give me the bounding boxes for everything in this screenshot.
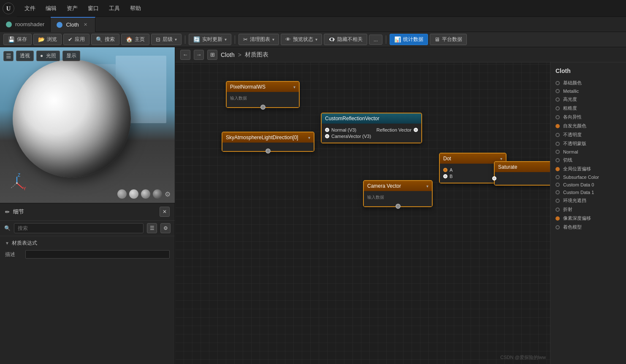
breadcrumb-cloth: Cloth (221, 51, 235, 58)
cloth-prop-9[interactable]: 切线 (550, 156, 626, 164)
platform-button[interactable]: 🖥 平台数据 (430, 34, 467, 45)
cloth-prop-label-5: 自发光颜色 (563, 123, 586, 129)
cloth-radio-14 (556, 199, 560, 203)
more-button[interactable]: ... (369, 35, 382, 45)
node-pixelnormalws[interactable]: PixelNormalWS ▾ 输入数据 (226, 81, 300, 108)
clean-button[interactable]: ✂ 清理图表 ▾ (238, 34, 279, 45)
description-label: 描述 (5, 251, 22, 258)
node-cameravector[interactable]: Camera Vector ▾ 输入数据 (363, 180, 433, 207)
node-dot-arrow[interactable]: ▾ (500, 156, 502, 161)
node-skyatmosphere-output[interactable] (266, 148, 271, 154)
breadcrumb-bar: ← → ⊞ Cloth > 材质图表 (175, 47, 626, 62)
search-bar: 🔍 ☰ ⚙ (0, 221, 175, 236)
node-saturate-input[interactable] (492, 176, 496, 181)
port-normal-dot[interactable] (325, 128, 329, 132)
node-cameravector-arrow[interactable]: ▾ (426, 184, 428, 189)
cloth-prop-11[interactable]: Subsurface Color (550, 173, 626, 181)
svg-point-7 (16, 182, 18, 184)
level-button[interactable]: ⊟ 层级 ▾ (151, 34, 182, 45)
menu-window[interactable]: 窗口 (84, 3, 103, 14)
cloth-prop-13[interactable]: Custom Data 1 (550, 189, 626, 196)
home-button[interactable]: 🏠 主页 (121, 34, 149, 45)
save-button[interactable]: 💾 保存 (3, 34, 32, 45)
cloth-prop-15[interactable]: 折射 (550, 205, 626, 214)
preview-button[interactable]: 👁 预览状态 ▾ (281, 34, 322, 45)
cloth-radio-1 (556, 89, 560, 93)
node-pixelnormalws-arrow[interactable]: ▾ (293, 85, 295, 89)
viewport-display-button[interactable]: 显示 (62, 51, 80, 61)
sphere-preview-4[interactable] (153, 189, 162, 199)
node-skyatmosphere[interactable]: SkyAtmosphereLightDirection[0] ▾ (222, 132, 314, 152)
cloth-prop-5[interactable]: 自发光颜色 (550, 121, 626, 130)
port-b-dot[interactable] (443, 174, 447, 178)
cloth-prop-16[interactable]: 像素深度偏移 (550, 214, 626, 223)
node-saturate-title: Saturate (498, 164, 517, 170)
realtime-button[interactable]: 🔄 实时更新 ▾ (189, 34, 231, 45)
cloth-prop-label-10: 全局位置偏移 (563, 166, 591, 172)
details-settings-icon[interactable]: ⚙ (160, 223, 171, 233)
cloth-prop-17[interactable]: 着色模型 (550, 223, 626, 232)
menu-file[interactable]: 文件 (20, 3, 40, 14)
tab-close-cloth[interactable]: ✕ (82, 22, 89, 28)
tab-cloth[interactable]: Cloth ✕ (51, 17, 95, 32)
cloth-prop-2[interactable]: 高光度 (550, 95, 626, 104)
section-header[interactable]: ▼ 材质表达式 (5, 240, 170, 247)
stats-button[interactable]: 📊 统计数据 (390, 34, 428, 45)
search-input[interactable] (14, 223, 144, 233)
port-camera-dot[interactable] (325, 134, 329, 138)
node-customreflection[interactable]: CustomReflectionVector Normal (V3) Refle… (321, 113, 422, 143)
section-arrow: ▼ (5, 241, 9, 245)
search-button[interactable]: 🔍 搜索 (91, 34, 119, 45)
sphere-preview-2[interactable] (129, 189, 138, 199)
cloth-prop-7[interactable]: 不透明蒙版 (550, 139, 626, 148)
viewport-perspective-button[interactable]: 透视 (16, 51, 34, 61)
cloth-prop-14[interactable]: 环境光遮挡 (550, 196, 626, 205)
cloth-prop-10[interactable]: 全局位置偏移 (550, 164, 626, 173)
sphere-settings-icon[interactable]: ⚙ (165, 190, 171, 198)
menu-edit[interactable]: 编辑 (41, 3, 61, 14)
node-pixelnormalws-body: 输入数据 (227, 92, 299, 107)
browse-button[interactable]: 📂 浏览 (33, 34, 62, 45)
cloth-prop-0[interactable]: 基础颜色 (550, 78, 626, 87)
sphere-preview-1[interactable] (117, 189, 127, 199)
cloth-prop-12[interactable]: Custom Data 0 (550, 181, 626, 189)
cloth-prop-label-12: Custom Data 0 (563, 182, 594, 187)
clean-icon: ✂ (243, 36, 248, 43)
port-a-dot[interactable] (443, 168, 447, 172)
nav-forward-button[interactable]: → (194, 50, 204, 60)
node-customreflection-port-row-2: CameraVector (V3) (325, 134, 418, 139)
svg-line-4 (17, 183, 23, 189)
cloth-radio-15 (556, 208, 560, 212)
svg-text:U: U (6, 5, 11, 12)
hide-button[interactable]: 👁‍🗨 隐藏不相关 (324, 34, 367, 45)
node-pixelnormalws-output[interactable] (260, 105, 266, 110)
search-icon-detail: 🔍 (4, 225, 11, 231)
canvas-area[interactable]: ← → ⊞ Cloth > 材质图表 PixelN (175, 47, 626, 364)
details-close-button[interactable]: ✕ (160, 207, 170, 217)
apply-button[interactable]: ✔ 应用 (63, 34, 89, 45)
nav-fit-button[interactable]: ⊞ (207, 50, 217, 60)
cloth-radio-2 (556, 97, 560, 102)
port-reflection-label: Reflection Vector (377, 127, 412, 132)
cloth-prop-6[interactable]: 不透明度 (550, 130, 626, 139)
port-reflection-dot[interactable] (414, 128, 418, 132)
description-input[interactable] (25, 250, 170, 259)
cloth-prop-4[interactable]: 各向异性 (550, 113, 626, 121)
nav-back-button[interactable]: ← (180, 50, 190, 60)
cloth-prop-8[interactable]: Normal (550, 148, 626, 156)
search-icon: 🔍 (96, 36, 103, 43)
cloth-prop-label-4: 各向异性 (563, 114, 582, 120)
save-icon: 💾 (8, 36, 15, 43)
details-list-icon[interactable]: ☰ (147, 223, 157, 233)
node-skyatmosphere-arrow[interactable]: ▾ (308, 135, 310, 140)
menu-asset[interactable]: 资产 (62, 3, 82, 14)
viewport-lighting-button[interactable]: ● 光照 (36, 51, 60, 61)
menu-help[interactable]: 帮助 (126, 3, 145, 14)
node-cameravector-output[interactable] (396, 204, 401, 209)
cloth-prop-1[interactable]: Metallic (550, 87, 626, 95)
tab-roomshader[interactable]: roomshader (0, 17, 51, 32)
menu-tools[interactable]: 工具 (105, 3, 124, 14)
cloth-prop-3[interactable]: 粗糙度 (550, 104, 626, 113)
sphere-preview-3[interactable] (141, 189, 150, 199)
viewport-menu-button[interactable]: ☰ (3, 51, 14, 61)
